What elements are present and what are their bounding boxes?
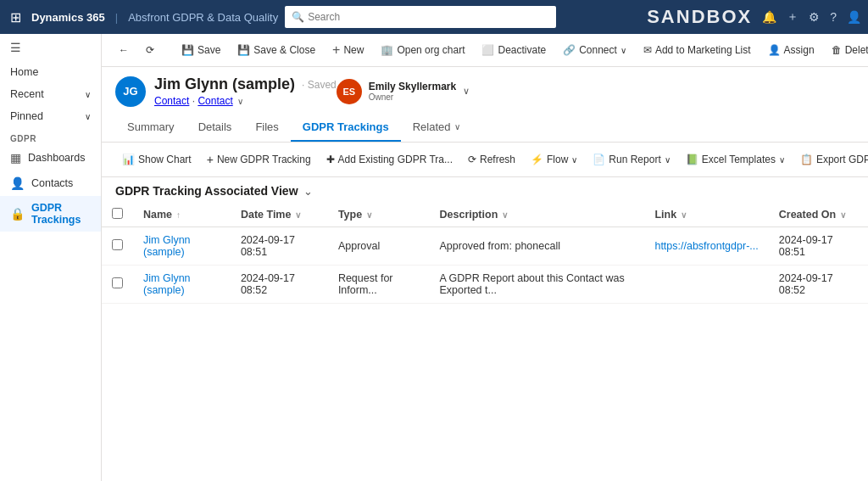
notifications-icon[interactable]: 🔔 [762, 10, 776, 24]
gdpr-heading-row: GDPR Tracking Associated View ⌄ [102, 177, 868, 203]
top-nav: ⊞ Dynamics 365 | Absfront GDPR & Data Qu… [0, 0, 868, 34]
refresh-nav-button[interactable]: ⟳ [139, 41, 161, 59]
plus-icon[interactable]: ＋ [787, 9, 798, 25]
search-bar[interactable]: 🔍 [285, 6, 556, 28]
open-org-chart-label: Open org chart [397, 44, 465, 56]
col-header-type[interactable]: Type ∨ [328, 203, 430, 227]
new-gdpr-icon: + [207, 153, 214, 166]
connect-arrow-icon: ∨ [620, 46, 626, 55]
delete-button[interactable]: 🗑 Delete [825, 41, 868, 59]
row-name-link-0[interactable]: Jim Glynn (sample) [143, 234, 191, 258]
back-button[interactable]: ← [112, 41, 136, 59]
save-close-label: Save & Close [253, 44, 315, 56]
row-checkbox-1[interactable] [112, 277, 123, 288]
new-label: New [343, 44, 364, 56]
row-name-1: Jim Glynn (sample) [133, 266, 231, 304]
breadcrumb-contact2[interactable]: Contact [198, 95, 232, 107]
gdpr-refresh-button[interactable]: ⟳ Refresh [461, 150, 522, 169]
tab-gdpr-trackings-label: GDPR Trackings [303, 120, 389, 133]
sidebar: ☰ Home Recent ∨ Pinned ∨ GDPR ▦ Dashboar… [0, 34, 102, 481]
select-all-header[interactable] [102, 203, 133, 227]
breadcrumb-contact1[interactable]: Contact [154, 95, 189, 107]
refresh-nav-icon: ⟳ [146, 44, 154, 56]
row-description-1: A GDPR Report about this Contact was Exp… [430, 266, 645, 304]
row-link-anchor-0[interactable]: https://absfrontgdpr-... [654, 240, 758, 252]
tab-files-label: Files [255, 120, 278, 133]
new-gdpr-tracking-button[interactable]: + New GDPR Tracking [200, 149, 318, 170]
module-name: Absfront GDPR & Data Quality [128, 11, 278, 24]
sidebar-item-pinned[interactable]: Pinned ∨ [0, 105, 101, 127]
record-name: Jim Glynn (sample) [154, 76, 295, 93]
row-checkbox-0[interactable] [112, 239, 123, 250]
sidebar-item-gdpr-trackings[interactable]: 🔒 GDPR Trackings [0, 196, 101, 232]
search-input[interactable] [308, 11, 549, 23]
add-marketing-button[interactable]: ✉ Add to Marketing List [637, 41, 758, 59]
record-title-info: Jim Glynn (sample) · Saved Contact · Con… [154, 76, 337, 107]
sidebar-section-gdpr: GDPR [0, 127, 101, 145]
col-name-sort-icon: ↑ [176, 210, 181, 220]
tab-summary[interactable]: Summary [115, 114, 186, 142]
table-row: Jim Glynn (sample) 2024-09-17 08:52 Requ… [102, 266, 868, 304]
tab-related[interactable]: Related ∨ [401, 114, 472, 142]
dashboards-label: Dashboards [28, 152, 85, 164]
gdpr-heading-chevron-icon[interactable]: ⌄ [303, 185, 313, 198]
excel-icon: 📗 [686, 154, 698, 165]
row-checkbox-cell[interactable] [102, 266, 133, 304]
owner-expand-icon[interactable]: ∨ [463, 86, 470, 97]
hamburger-icon[interactable]: ☰ [0, 34, 101, 61]
flow-button[interactable]: ⚡ Flow ∨ [524, 150, 584, 169]
col-header-datetime[interactable]: Date Time ∨ [231, 203, 328, 227]
grid-icon[interactable]: ⊞ [7, 6, 25, 29]
user-icon[interactable]: 👤 [847, 10, 861, 24]
add-existing-icon: ✚ [326, 154, 335, 165]
col-header-created-on[interactable]: Created On ∨ [769, 203, 868, 227]
tabs: Summary Details Files GDPR Trackings Rel… [115, 114, 854, 142]
tab-related-label: Related [413, 120, 451, 133]
app-name[interactable]: Dynamics 365 [31, 11, 105, 24]
select-all-checkbox[interactable] [112, 208, 123, 219]
col-header-name[interactable]: Name ↑ [133, 203, 231, 227]
add-existing-button[interactable]: ✚ Add Existing GDPR Tra... [320, 150, 459, 169]
owner-role: Owner [369, 92, 456, 102]
save-button[interactable]: 💾 Save [175, 41, 227, 59]
content-area: 📊 Show Chart + New GDPR Tracking ✚ Add E… [102, 143, 868, 481]
tab-summary-label: Summary [127, 120, 175, 133]
row-checkbox-cell[interactable] [102, 227, 133, 266]
open-org-chart-button[interactable]: 🏢 Open org chart [374, 41, 471, 59]
run-report-button[interactable]: 📄 Run Report ∨ [586, 150, 676, 169]
assign-button[interactable]: 👤 Assign [761, 41, 821, 59]
flow-label: Flow [547, 154, 568, 165]
excel-arrow-icon: ∨ [779, 155, 785, 165]
sidebar-item-home[interactable]: Home [0, 61, 101, 83]
export-gdpr-button[interactable]: 📋 Export GDPR Trackings [793, 150, 868, 169]
tab-details[interactable]: Details [186, 114, 244, 142]
row-name-link-1[interactable]: Jim Glynn (sample) [143, 272, 191, 296]
deactivate-button[interactable]: ⬜ Deactivate [475, 41, 553, 59]
tab-details-label: Details [198, 120, 232, 133]
help-icon[interactable]: ? [830, 10, 837, 24]
sidebar-item-recent[interactable]: Recent ∨ [0, 83, 101, 105]
export-icon: 📋 [800, 154, 813, 165]
col-header-link[interactable]: Link ∨ [644, 203, 768, 227]
row-type-1: Request for Inform... [328, 266, 430, 304]
assign-label: Assign [784, 44, 815, 56]
contacts-icon: 👤 [10, 176, 25, 190]
add-marketing-icon: ✉ [643, 44, 652, 56]
tab-files[interactable]: Files [243, 114, 290, 142]
col-link-sort-icon: ∨ [681, 210, 687, 220]
new-button[interactable]: + New [326, 39, 370, 61]
table-header-row: Name ↑ Date Time ∨ Type [102, 203, 868, 227]
excel-templates-button[interactable]: 📗 Excel Templates ∨ [679, 150, 792, 169]
tab-gdpr-trackings[interactable]: GDPR Trackings [291, 114, 401, 142]
pinned-label: Pinned [10, 110, 43, 122]
col-header-description[interactable]: Description ∨ [430, 203, 645, 227]
connect-button[interactable]: 🔗 Connect ∨ [556, 41, 633, 59]
run-report-icon: 📄 [593, 154, 605, 165]
sidebar-item-contacts[interactable]: 👤 Contacts [0, 171, 101, 196]
show-chart-button[interactable]: 📊 Show Chart [115, 150, 198, 169]
owner-avatar: ES [337, 79, 362, 104]
settings-icon[interactable]: ⚙ [809, 10, 820, 24]
breadcrumb-arrow-icon[interactable]: ∨ [237, 97, 243, 106]
save-close-button[interactable]: 💾 Save & Close [231, 41, 322, 59]
sidebar-item-dashboards[interactable]: ▦ Dashboards [0, 145, 101, 171]
